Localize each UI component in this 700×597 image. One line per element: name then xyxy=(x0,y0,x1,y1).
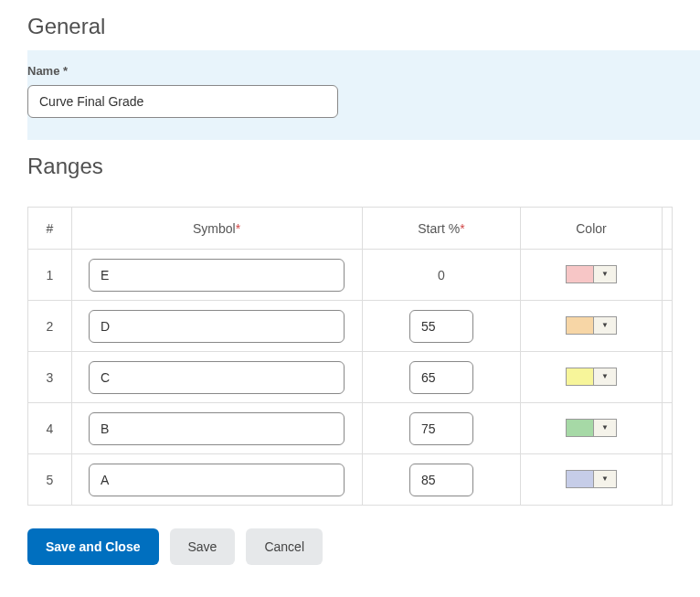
start-percent-input[interactable] xyxy=(409,310,473,343)
symbol-input[interactable] xyxy=(89,464,345,496)
row-number: 1 xyxy=(28,250,72,301)
caret-down-icon: ▼ xyxy=(594,266,616,283)
start-percent-input[interactable] xyxy=(409,412,473,445)
caret-down-icon: ▼ xyxy=(594,420,616,436)
color-swatch xyxy=(567,317,594,334)
symbol-input[interactable] xyxy=(89,310,345,343)
symbol-input[interactable] xyxy=(89,412,345,445)
row-number: 5 xyxy=(28,454,72,506)
color-swatch xyxy=(567,266,594,283)
color-picker[interactable]: ▼ xyxy=(566,316,617,335)
color-picker[interactable]: ▼ xyxy=(566,265,617,283)
table-row: 3▼ xyxy=(28,352,673,403)
caret-down-icon: ▼ xyxy=(594,368,616,385)
required-mark: * xyxy=(236,221,240,236)
row-number: 4 xyxy=(28,403,72,454)
save-button[interactable]: Save xyxy=(170,528,236,565)
cancel-button[interactable]: Cancel xyxy=(246,528,323,565)
col-header-symbol: Symbol* xyxy=(71,208,362,250)
col-header-start: Start %* xyxy=(362,208,521,250)
name-label: Name * xyxy=(27,64,700,78)
col-header-end xyxy=(662,208,672,250)
general-panel: Name * xyxy=(27,50,700,140)
start-percent-input[interactable] xyxy=(409,464,473,496)
button-bar: Save and Close Save Cancel xyxy=(27,528,673,565)
symbol-input[interactable] xyxy=(89,259,345,292)
start-percent-static: 0 xyxy=(438,268,445,283)
table-row: 10▼ xyxy=(28,250,673,301)
save-and-close-button[interactable]: Save and Close xyxy=(27,528,159,565)
row-number: 3 xyxy=(28,352,72,403)
color-picker[interactable]: ▼ xyxy=(566,368,617,386)
name-input[interactable] xyxy=(27,85,338,118)
table-row: 4▼ xyxy=(28,403,673,454)
caret-down-icon: ▼ xyxy=(594,471,616,487)
row-number: 2 xyxy=(28,301,72,352)
color-picker[interactable]: ▼ xyxy=(566,419,617,437)
caret-down-icon: ▼ xyxy=(594,317,616,334)
section-heading-ranges: Ranges xyxy=(27,154,673,179)
color-swatch xyxy=(567,471,594,487)
col-header-num: # xyxy=(28,208,72,250)
section-heading-general: General xyxy=(27,14,673,39)
ranges-table: # Symbol* Start %* Color 10▼2▼3▼4▼5▼ xyxy=(27,207,673,506)
required-mark: * xyxy=(460,221,464,236)
symbol-input[interactable] xyxy=(89,361,345,394)
start-percent-input[interactable] xyxy=(409,361,473,394)
color-swatch xyxy=(567,368,594,385)
color-picker[interactable]: ▼ xyxy=(566,470,617,488)
color-swatch xyxy=(567,420,594,436)
table-row: 2▼ xyxy=(28,301,673,352)
col-header-color: Color xyxy=(521,208,662,250)
table-row: 5▼ xyxy=(28,454,673,506)
